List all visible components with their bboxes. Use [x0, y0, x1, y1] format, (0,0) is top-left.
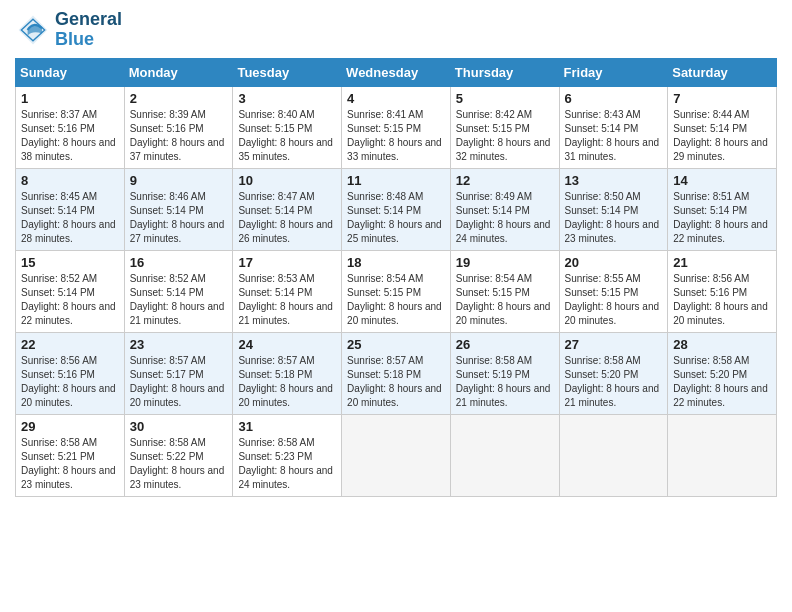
day-number: 17 [238, 255, 336, 270]
day-detail: Sunrise: 8:57 AM Sunset: 5:18 PM Dayligh… [238, 354, 336, 410]
day-number: 16 [130, 255, 228, 270]
calendar-day-cell: 21 Sunrise: 8:56 AM Sunset: 5:16 PM Dayl… [668, 250, 777, 332]
day-number: 1 [21, 91, 119, 106]
day-number: 6 [565, 91, 663, 106]
day-detail: Sunrise: 8:58 AM Sunset: 5:23 PM Dayligh… [238, 436, 336, 492]
day-detail: Sunrise: 8:56 AM Sunset: 5:16 PM Dayligh… [21, 354, 119, 410]
calendar-day-cell [668, 414, 777, 496]
calendar-day-cell: 2 Sunrise: 8:39 AM Sunset: 5:16 PM Dayli… [124, 86, 233, 168]
calendar-week-row: 1 Sunrise: 8:37 AM Sunset: 5:16 PM Dayli… [16, 86, 777, 168]
day-detail: Sunrise: 8:52 AM Sunset: 5:14 PM Dayligh… [21, 272, 119, 328]
day-detail: Sunrise: 8:42 AM Sunset: 5:15 PM Dayligh… [456, 108, 554, 164]
day-detail: Sunrise: 8:39 AM Sunset: 5:16 PM Dayligh… [130, 108, 228, 164]
weekday-header-cell: Tuesday [233, 58, 342, 86]
page: General Blue SundayMondayTuesdayWednesda… [0, 0, 792, 512]
day-detail: Sunrise: 8:47 AM Sunset: 5:14 PM Dayligh… [238, 190, 336, 246]
calendar-day-cell: 25 Sunrise: 8:57 AM Sunset: 5:18 PM Dayl… [342, 332, 451, 414]
day-number: 23 [130, 337, 228, 352]
weekday-header-cell: Sunday [16, 58, 125, 86]
calendar-week-row: 15 Sunrise: 8:52 AM Sunset: 5:14 PM Dayl… [16, 250, 777, 332]
calendar-day-cell [559, 414, 668, 496]
day-number: 4 [347, 91, 445, 106]
weekday-header-cell: Saturday [668, 58, 777, 86]
day-detail: Sunrise: 8:48 AM Sunset: 5:14 PM Dayligh… [347, 190, 445, 246]
day-number: 25 [347, 337, 445, 352]
calendar-week-row: 8 Sunrise: 8:45 AM Sunset: 5:14 PM Dayli… [16, 168, 777, 250]
calendar-day-cell [342, 414, 451, 496]
day-number: 20 [565, 255, 663, 270]
day-number: 11 [347, 173, 445, 188]
day-number: 12 [456, 173, 554, 188]
day-detail: Sunrise: 8:51 AM Sunset: 5:14 PM Dayligh… [673, 190, 771, 246]
calendar-body: 1 Sunrise: 8:37 AM Sunset: 5:16 PM Dayli… [16, 86, 777, 496]
calendar-day-cell: 29 Sunrise: 8:58 AM Sunset: 5:21 PM Dayl… [16, 414, 125, 496]
day-number: 31 [238, 419, 336, 434]
calendar-day-cell: 18 Sunrise: 8:54 AM Sunset: 5:15 PM Dayl… [342, 250, 451, 332]
day-detail: Sunrise: 8:43 AM Sunset: 5:14 PM Dayligh… [565, 108, 663, 164]
day-detail: Sunrise: 8:54 AM Sunset: 5:15 PM Dayligh… [347, 272, 445, 328]
day-number: 2 [130, 91, 228, 106]
calendar-day-cell: 13 Sunrise: 8:50 AM Sunset: 5:14 PM Dayl… [559, 168, 668, 250]
calendar-day-cell: 27 Sunrise: 8:58 AM Sunset: 5:20 PM Dayl… [559, 332, 668, 414]
weekday-header-cell: Monday [124, 58, 233, 86]
day-number: 28 [673, 337, 771, 352]
calendar-day-cell: 1 Sunrise: 8:37 AM Sunset: 5:16 PM Dayli… [16, 86, 125, 168]
weekday-header-row: SundayMondayTuesdayWednesdayThursdayFrid… [16, 58, 777, 86]
day-detail: Sunrise: 8:46 AM Sunset: 5:14 PM Dayligh… [130, 190, 228, 246]
calendar-day-cell: 15 Sunrise: 8:52 AM Sunset: 5:14 PM Dayl… [16, 250, 125, 332]
calendar-day-cell: 17 Sunrise: 8:53 AM Sunset: 5:14 PM Dayl… [233, 250, 342, 332]
calendar-week-row: 22 Sunrise: 8:56 AM Sunset: 5:16 PM Dayl… [16, 332, 777, 414]
day-detail: Sunrise: 8:41 AM Sunset: 5:15 PM Dayligh… [347, 108, 445, 164]
calendar-day-cell [450, 414, 559, 496]
day-number: 13 [565, 173, 663, 188]
day-number: 9 [130, 173, 228, 188]
calendar-day-cell: 8 Sunrise: 8:45 AM Sunset: 5:14 PM Dayli… [16, 168, 125, 250]
calendar-week-row: 29 Sunrise: 8:58 AM Sunset: 5:21 PM Dayl… [16, 414, 777, 496]
calendar-day-cell: 28 Sunrise: 8:58 AM Sunset: 5:20 PM Dayl… [668, 332, 777, 414]
day-number: 22 [21, 337, 119, 352]
calendar-day-cell: 11 Sunrise: 8:48 AM Sunset: 5:14 PM Dayl… [342, 168, 451, 250]
day-detail: Sunrise: 8:49 AM Sunset: 5:14 PM Dayligh… [456, 190, 554, 246]
day-number: 26 [456, 337, 554, 352]
calendar-day-cell: 7 Sunrise: 8:44 AM Sunset: 5:14 PM Dayli… [668, 86, 777, 168]
calendar-day-cell: 9 Sunrise: 8:46 AM Sunset: 5:14 PM Dayli… [124, 168, 233, 250]
day-detail: Sunrise: 8:44 AM Sunset: 5:14 PM Dayligh… [673, 108, 771, 164]
day-detail: Sunrise: 8:52 AM Sunset: 5:14 PM Dayligh… [130, 272, 228, 328]
day-detail: Sunrise: 8:50 AM Sunset: 5:14 PM Dayligh… [565, 190, 663, 246]
day-detail: Sunrise: 8:58 AM Sunset: 5:19 PM Dayligh… [456, 354, 554, 410]
calendar-day-cell: 22 Sunrise: 8:56 AM Sunset: 5:16 PM Dayl… [16, 332, 125, 414]
day-number: 3 [238, 91, 336, 106]
day-detail: Sunrise: 8:58 AM Sunset: 5:20 PM Dayligh… [565, 354, 663, 410]
calendar-table: SundayMondayTuesdayWednesdayThursdayFrid… [15, 58, 777, 497]
calendar-day-cell: 20 Sunrise: 8:55 AM Sunset: 5:15 PM Dayl… [559, 250, 668, 332]
calendar-day-cell: 19 Sunrise: 8:54 AM Sunset: 5:15 PM Dayl… [450, 250, 559, 332]
day-number: 14 [673, 173, 771, 188]
day-number: 18 [347, 255, 445, 270]
day-detail: Sunrise: 8:57 AM Sunset: 5:18 PM Dayligh… [347, 354, 445, 410]
calendar-day-cell: 23 Sunrise: 8:57 AM Sunset: 5:17 PM Dayl… [124, 332, 233, 414]
day-number: 5 [456, 91, 554, 106]
day-number: 15 [21, 255, 119, 270]
weekday-header-cell: Thursday [450, 58, 559, 86]
calendar-day-cell: 16 Sunrise: 8:52 AM Sunset: 5:14 PM Dayl… [124, 250, 233, 332]
day-number: 10 [238, 173, 336, 188]
calendar-day-cell: 26 Sunrise: 8:58 AM Sunset: 5:19 PM Dayl… [450, 332, 559, 414]
logo-text: General Blue [55, 10, 122, 50]
day-number: 21 [673, 255, 771, 270]
day-detail: Sunrise: 8:37 AM Sunset: 5:16 PM Dayligh… [21, 108, 119, 164]
day-detail: Sunrise: 8:45 AM Sunset: 5:14 PM Dayligh… [21, 190, 119, 246]
day-detail: Sunrise: 8:58 AM Sunset: 5:22 PM Dayligh… [130, 436, 228, 492]
day-detail: Sunrise: 8:57 AM Sunset: 5:17 PM Dayligh… [130, 354, 228, 410]
calendar-day-cell: 31 Sunrise: 8:58 AM Sunset: 5:23 PM Dayl… [233, 414, 342, 496]
day-number: 24 [238, 337, 336, 352]
calendar-day-cell: 14 Sunrise: 8:51 AM Sunset: 5:14 PM Dayl… [668, 168, 777, 250]
day-detail: Sunrise: 8:58 AM Sunset: 5:20 PM Dayligh… [673, 354, 771, 410]
calendar-day-cell: 5 Sunrise: 8:42 AM Sunset: 5:15 PM Dayli… [450, 86, 559, 168]
day-number: 8 [21, 173, 119, 188]
calendar-day-cell: 4 Sunrise: 8:41 AM Sunset: 5:15 PM Dayli… [342, 86, 451, 168]
weekday-header-cell: Friday [559, 58, 668, 86]
header: General Blue [15, 10, 777, 50]
weekday-header-cell: Wednesday [342, 58, 451, 86]
day-number: 7 [673, 91, 771, 106]
day-detail: Sunrise: 8:53 AM Sunset: 5:14 PM Dayligh… [238, 272, 336, 328]
